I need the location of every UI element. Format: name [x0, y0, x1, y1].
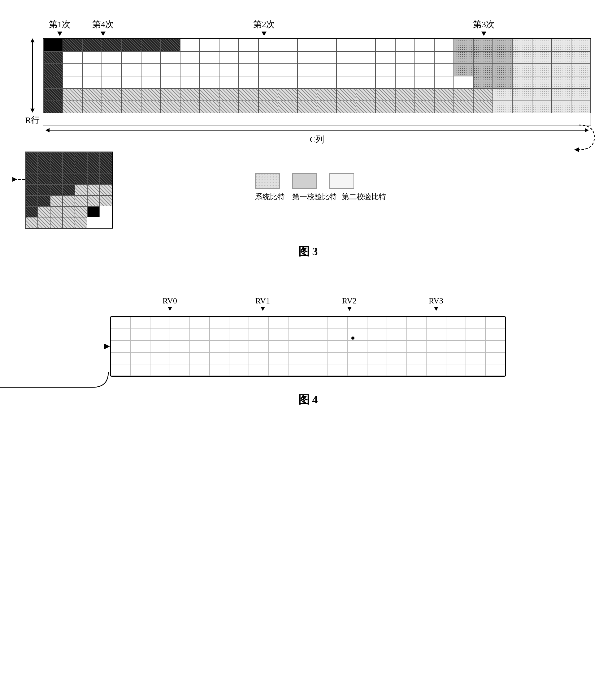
sg-r4-c1 [25, 185, 38, 196]
cell-r5-c1 [43, 89, 63, 101]
arrow-down-fourth [101, 31, 106, 36]
cell-r2-c6 [141, 51, 161, 64]
cell-r6-c10 [219, 101, 239, 113]
cell-r6-c23 [473, 101, 493, 113]
cell-r2-c15 [317, 51, 336, 64]
fig4-r5-c7 [229, 364, 249, 376]
cell-r2-c22 [454, 51, 473, 64]
cell-r3-c27 [552, 64, 571, 76]
fig4-r1-c6 [210, 317, 229, 329]
cell-r3-c21 [434, 64, 454, 76]
cell-r2-c13 [278, 51, 298, 64]
cell-r4-c13 [278, 76, 298, 89]
fig4-r1-c17 [426, 317, 446, 329]
fig4-r5-c9 [269, 364, 288, 376]
label-first: 第1次 [49, 19, 71, 36]
fig4-r5-c17 [426, 364, 446, 376]
sg-r1-c2 [38, 152, 50, 163]
cell-r2-c23 [473, 51, 493, 64]
r-label: R行 [25, 38, 40, 126]
fig4-r1-c2 [131, 317, 150, 329]
cell-r2-c4 [102, 51, 122, 64]
fig4-r2-c3 [150, 329, 170, 341]
cell-r5-c10 [219, 89, 239, 101]
fig4-r4-c18 [446, 352, 466, 364]
main-grid-area: R行 [25, 38, 591, 126]
legend-second-check [329, 173, 354, 189]
fig4-r1-c13 [347, 317, 367, 329]
fig4-r2-c4 [170, 329, 190, 341]
fig4-r5-c18 [446, 364, 466, 376]
cell-r1-c6 [141, 39, 161, 51]
fig4-r2-c8 [249, 329, 269, 341]
fig4-r3-c11 [308, 341, 328, 352]
cell-r5-c13 [278, 89, 298, 101]
fig4-r4-c13 [347, 352, 367, 364]
sg-r7-c4 [63, 217, 75, 228]
fig4-r4-c5 [190, 352, 210, 364]
cell-r6-c14 [298, 101, 317, 113]
cell-r5-c25 [512, 89, 532, 101]
cell-r2-c9 [200, 51, 219, 64]
r-arrow-dn [30, 109, 35, 113]
fig4-r3-c15 [387, 341, 407, 352]
fig4-r2-c10 [288, 329, 308, 341]
fig4-r2-c14 [367, 329, 387, 341]
cell-r1-c4 [102, 39, 122, 51]
fig4-r1-c18 [446, 317, 466, 329]
sg-r1-c6 [87, 152, 100, 163]
fig4-r3-c12 [328, 341, 348, 352]
cell-r2-c14 [298, 51, 317, 64]
cell-r5-c18 [375, 89, 395, 101]
cell-r1-c5 [122, 39, 141, 51]
cell-r5-c2 [63, 89, 82, 101]
rv2-text: RV2 [342, 296, 357, 305]
fig4-r3-c17 [426, 341, 446, 352]
cell-r5-c7 [161, 89, 180, 101]
cell-r6-c12 [259, 101, 278, 113]
fig4-r2-c18 [446, 329, 466, 341]
fig4-r4-c15 [387, 352, 407, 364]
fig4-r3-c14 [367, 341, 387, 352]
fig4-r5-c14 [367, 364, 387, 376]
fig4-r5-c19 [466, 364, 486, 376]
fig4-r3-c7 [229, 341, 249, 352]
cell-r4-c25 [512, 76, 532, 89]
fig4-r1-c16 [407, 317, 426, 329]
sg-r2-c1 [25, 163, 38, 174]
cell-r1-c18 [375, 39, 395, 51]
fourth-label-text: 第4次 [92, 19, 114, 30]
r-double-arrow [30, 38, 35, 113]
sg-r1-c7 [100, 152, 112, 163]
fig4-r3-c5 [190, 341, 210, 352]
cell-r6-c20 [415, 101, 434, 113]
rv-labels: RV0 RV1 RV2 RV3 [122, 296, 519, 315]
fig4-r1-c15 [387, 317, 407, 329]
fig4-r3-c19 [466, 341, 486, 352]
label-second: 第2次 [253, 19, 275, 36]
fig4-r2-c12 [328, 329, 348, 341]
cell-r4-c27 [552, 76, 571, 89]
cell-r5-c6 [141, 89, 161, 101]
cell-r2-c10 [219, 51, 239, 64]
arrow-down-third [481, 31, 486, 36]
cell-r1-c17 [356, 39, 375, 51]
fig4-r5-c6 [210, 364, 229, 376]
fig4-r2-c17 [426, 329, 446, 341]
cell-r6-c3 [82, 101, 102, 113]
fig4-r1-c5 [190, 317, 210, 329]
cell-r3-c1 [43, 64, 63, 76]
rv3-arrow [434, 307, 438, 311]
rv3-label: RV3 [429, 296, 443, 311]
rv1-arrow [261, 307, 265, 311]
cell-r3-c3 [82, 64, 102, 76]
fig4-r4-c11 [308, 352, 328, 364]
cell-r3-c10 [219, 64, 239, 76]
fig4-r4-c20 [485, 352, 505, 364]
fig4-r2-c16 [407, 329, 426, 341]
cell-r3-c23 [473, 64, 493, 76]
sg-r2-c2 [38, 163, 50, 174]
fig4-r5-c13 [347, 364, 367, 376]
sg-r6-c2 [38, 206, 50, 217]
legend-label-first-check: 第一校验比特 [292, 192, 329, 202]
